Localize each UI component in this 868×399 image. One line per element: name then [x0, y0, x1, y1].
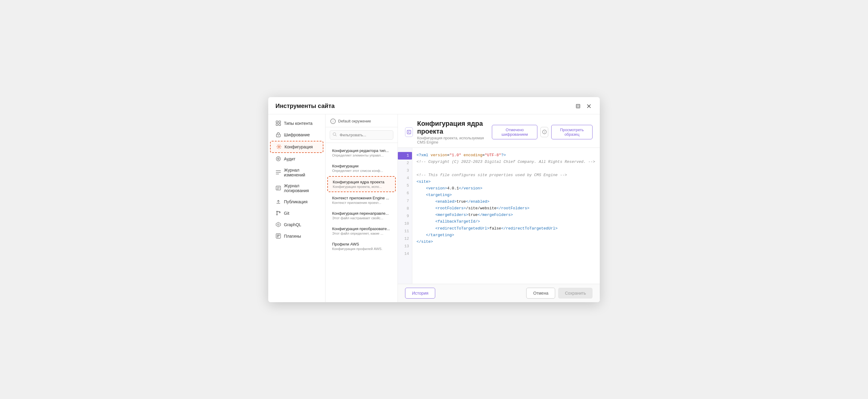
save-button: Сохранить: [558, 288, 592, 298]
sidebar-label-content-types: Типы контента: [284, 121, 313, 126]
search-area: [326, 127, 398, 143]
config-item-engine-context-desc: Контекст приложения проект...: [332, 201, 391, 204]
config-item-transform-title: Конфигурация преобразовате...: [332, 227, 391, 231]
sidebar-item-log-journal[interactable]: Журнал логирования: [270, 181, 323, 196]
history-button[interactable]: История: [405, 288, 435, 298]
code-line-6: <version>4.0.1</version>: [416, 185, 600, 192]
sample-button[interactable]: Просмотреть образец: [551, 125, 592, 139]
config-item-configurations-title: Конфигурации: [332, 164, 391, 168]
code-line-9: <rootFolders>/site/website</rootFolders>: [416, 205, 600, 212]
svg-rect-26: [276, 234, 281, 238]
config-item-aws[interactable]: Профили AWS Конфигурация профилей AWS.: [327, 239, 396, 254]
config-list: Конфигурация редактора тип... Определяет…: [326, 143, 398, 302]
encryption-button[interactable]: Отмечено шифрованием: [492, 125, 537, 139]
code-line-14: </site>: [416, 238, 600, 245]
back-button[interactable]: [405, 127, 413, 137]
line-10: 10: [398, 220, 412, 227]
sidebar-item-audit[interactable]: Аудит: [270, 153, 323, 164]
code-editor: 1 2 3 4 5 6 7 8 9 10 11 12 13 14 <?xml v…: [398, 148, 600, 284]
sidebar-item-encryption[interactable]: Шифрование: [270, 130, 323, 140]
config-item-configurations[interactable]: Конфигурации Определяет этот список конф…: [327, 161, 396, 175]
footer-right-actions: Отмена Сохранить: [526, 288, 592, 298]
sidebar-item-content-types[interactable]: Типы контента: [270, 118, 323, 129]
publishing-icon: [276, 199, 281, 204]
svg-rect-29: [277, 236, 278, 237]
main-header: Конфигурация ядра проекта Конфигурация п…: [398, 114, 600, 148]
cancel-button[interactable]: Отмена: [526, 288, 555, 298]
main-header-left: Конфигурация ядра проекта Конфигурация п…: [405, 120, 492, 144]
line-6: 6: [398, 190, 412, 197]
sidebar: Типы контента Шифрование: [268, 114, 326, 302]
encryption-icon: [276, 132, 281, 138]
config-item-engine-context-title: Контекст приложения Engine ...: [332, 196, 391, 200]
sidebar-label-log-journal: Журнал логирования: [284, 183, 318, 193]
git-icon: [276, 210, 281, 216]
maximize-button[interactable]: [575, 103, 582, 110]
sidebar-item-publishing[interactable]: Публикация: [270, 196, 323, 207]
sidebar-label-publishing: Публикация: [284, 199, 307, 204]
sidebar-label-change-log: Журнал изменений: [284, 168, 318, 177]
line-12: 12: [398, 235, 412, 243]
code-line-4: <!-- This file configures site propertie…: [416, 172, 600, 178]
sidebar-label-plugins: Плагины: [284, 234, 301, 238]
line-14: 14: [398, 250, 412, 258]
help-button[interactable]: ?: [540, 127, 548, 137]
svg-point-11: [276, 157, 280, 161]
code-line-10: <mergeFolders>true</mergeFolders>: [416, 212, 600, 218]
maximize-icon: [576, 104, 581, 109]
modal-title: Инструменты сайта: [276, 103, 335, 110]
svg-point-10: [278, 146, 280, 147]
svg-rect-27: [277, 235, 278, 236]
sidebar-label-encryption: Шифрование: [284, 133, 310, 137]
modal-window: Инструменты сайта: [268, 97, 600, 302]
search-icon: [333, 133, 337, 137]
environment-selector[interactable]: i Default окружение: [326, 114, 398, 127]
config-item-transform[interactable]: Конфигурация преобразовате... Этот файл …: [327, 224, 396, 238]
code-line-7: <targeting>: [416, 192, 600, 198]
config-item-editor-title: Конфигурация редактора тип...: [332, 148, 391, 153]
config-item-redirect[interactable]: Конфигурация перенаправле... Этот файл н…: [327, 208, 396, 223]
change-log-icon: [276, 170, 281, 175]
config-item-editor[interactable]: Конфигурация редактора тип... Определяет…: [327, 145, 396, 160]
svg-rect-6: [276, 124, 278, 125]
config-item-engine-context[interactable]: Контекст приложения Engine ... Контекст …: [327, 193, 396, 207]
env-label: Default окружение: [338, 119, 371, 123]
audit-icon: [276, 156, 281, 162]
svg-point-9: [278, 135, 278, 136]
config-item-redirect-title: Конфигурация перенаправле...: [332, 211, 391, 216]
config-item-transform-desc: Этот файл определяет, какие ...: [332, 232, 391, 235]
svg-marker-24: [276, 222, 281, 227]
help-icon: ?: [542, 130, 547, 134]
close-button[interactable]: [585, 103, 592, 110]
sidebar-item-graphql[interactable]: GraphQL: [270, 219, 323, 230]
code-line-13: </targeting>: [416, 232, 600, 238]
config-item-redirect-desc: Этот файл настраивает свойс...: [332, 216, 391, 220]
line-2: 2: [398, 160, 412, 167]
middle-panel: i Default окружение Конфигурация реда: [326, 114, 398, 302]
sidebar-item-configuration[interactable]: Конфигурация: [270, 141, 323, 153]
filter-input[interactable]: [330, 130, 393, 140]
sidebar-item-change-log[interactable]: Журнал изменений: [270, 165, 323, 180]
configuration-icon: [276, 144, 281, 150]
main-title: Конфигурация ядра проекта: [417, 120, 492, 135]
sidebar-label-graphql: GraphQL: [284, 222, 301, 227]
code-line-12: <redirectToTargetedUrl>false</redirectTo…: [416, 225, 600, 232]
code-area[interactable]: <?xml version="1.0" encoding="UTF-8"?> <…: [412, 148, 600, 284]
sidebar-item-git[interactable]: Git: [270, 208, 323, 219]
back-icon: [407, 130, 411, 134]
config-item-core[interactable]: Конфигурация ядра проекта Конфигурация п…: [327, 176, 396, 192]
code-line-2: <!-- Copyright (C) 2022-2023 Digital Chi…: [416, 159, 600, 165]
config-item-core-title: Конфигурация ядра проекта: [333, 180, 390, 184]
modal-header-actions: [575, 103, 592, 110]
plugins-icon: [276, 233, 281, 239]
code-line-1: <?xml version="1.0" encoding="UTF-8"?>: [416, 152, 600, 159]
log-journal-icon: [276, 186, 281, 191]
main-content: Конфигурация ядра проекта Конфигурация п…: [398, 114, 600, 302]
info-icon: i: [330, 118, 336, 124]
svg-point-22: [276, 214, 278, 215]
line-7: 7: [398, 197, 412, 205]
main-footer: История Отмена Сохранить: [398, 284, 600, 302]
svg-line-31: [336, 135, 336, 136]
config-item-configurations-desc: Определяет этот список конф...: [332, 169, 391, 172]
sidebar-item-plugins[interactable]: Плагины: [270, 231, 323, 241]
